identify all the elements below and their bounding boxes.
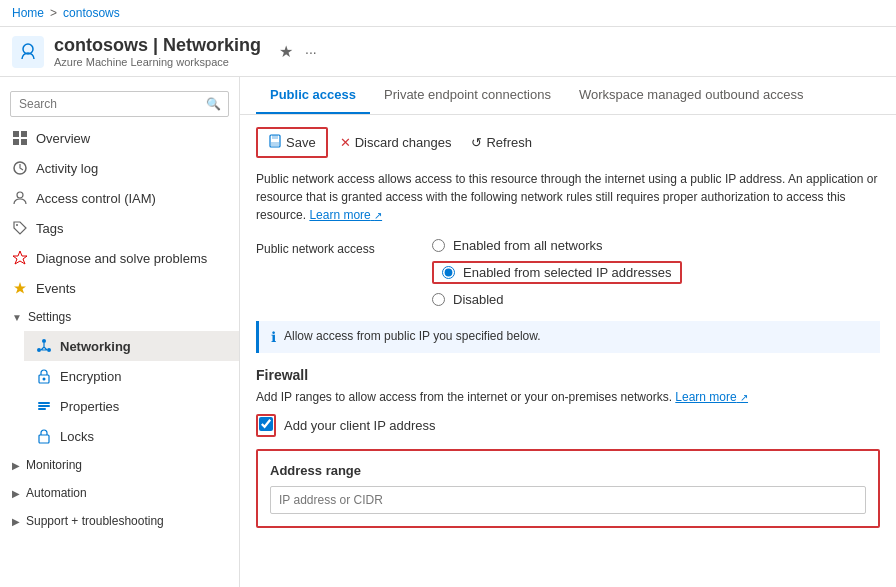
- svg-rect-17: [39, 435, 49, 443]
- resource-icon: [12, 36, 44, 68]
- sidebar-item-label: Locks: [60, 429, 94, 444]
- diagnose-icon: [12, 250, 28, 266]
- svg-rect-14: [38, 402, 50, 404]
- lock-icon: [36, 428, 52, 444]
- sidebar-settings-section[interactable]: ▼ Settings: [0, 303, 239, 331]
- sidebar-automation-section[interactable]: ▶ Automation: [0, 479, 239, 507]
- add-client-ip-row: Add your client IP address: [256, 414, 880, 437]
- networking-icon: [36, 338, 52, 354]
- learn-more-text: Learn more: [309, 208, 370, 222]
- radio-all-label[interactable]: Enabled from all networks: [453, 238, 603, 253]
- refresh-icon: ↺: [471, 135, 482, 150]
- events-icon: [12, 280, 28, 296]
- external-link-icon2: ↗: [740, 392, 748, 403]
- firewall-learn-more-link[interactable]: Learn more ↗: [675, 390, 748, 404]
- discard-button[interactable]: ✕ Discard changes: [332, 130, 460, 155]
- resource-title: contosows | Networking Azure Machine Lea…: [54, 35, 261, 68]
- sidebar-item-networking[interactable]: Networking: [24, 331, 239, 361]
- resource-subtitle: Azure Machine Learning workspace: [54, 56, 261, 68]
- hint-text: Allow access from public IP you specifie…: [284, 329, 541, 343]
- firewall-description: Add IP ranges to allow access from the i…: [256, 389, 880, 406]
- info-icon: ℹ: [271, 329, 276, 345]
- radio-disabled-input[interactable]: [432, 293, 445, 306]
- support-label: Support + troubleshooting: [26, 514, 164, 528]
- sidebar-support-section[interactable]: ▶ Support + troubleshooting: [0, 507, 239, 535]
- sidebar: 🔍 Overview Activity log Access control (…: [0, 77, 240, 587]
- toolbar: Save ✕ Discard changes ↺ Refresh: [256, 127, 880, 158]
- save-icon: [268, 134, 282, 151]
- svg-rect-16: [38, 408, 46, 410]
- tab-public-access[interactable]: Public access: [256, 77, 370, 114]
- radio-selected-input[interactable]: [442, 266, 455, 279]
- radio-selected-ip-highlighted: Enabled from selected IP addresses: [432, 261, 682, 284]
- svg-rect-4: [13, 139, 19, 145]
- learn-more-link-info[interactable]: Learn more ↗: [309, 208, 382, 222]
- radio-selected-label[interactable]: Enabled from selected IP addresses: [463, 265, 672, 280]
- radio-all-networks: Enabled from all networks: [432, 238, 682, 253]
- add-client-ip-label[interactable]: Add your client IP address: [284, 418, 436, 433]
- breadcrumb-home[interactable]: Home: [12, 6, 44, 20]
- info-box: Public network access allows access to t…: [256, 170, 880, 224]
- svg-point-8: [16, 224, 18, 226]
- svg-rect-20: [271, 142, 279, 146]
- tab-private-endpoint[interactable]: Private endpoint connections: [370, 77, 565, 114]
- ip-cidr-input[interactable]: [270, 486, 866, 514]
- breadcrumb-bar: Home > contosows: [0, 0, 896, 27]
- sidebar-item-locks[interactable]: Locks: [24, 421, 239, 451]
- monitoring-chevron-icon: ▶: [12, 460, 20, 471]
- sidebar-item-label: Overview: [36, 131, 90, 146]
- settings-chevron-icon: ▼: [12, 312, 22, 323]
- network-access-section: Public network access Enabled from all n…: [256, 238, 880, 307]
- sidebar-item-diagnose[interactable]: Diagnose and solve problems: [0, 243, 239, 273]
- refresh-button[interactable]: ↺ Refresh: [463, 130, 540, 155]
- sidebar-item-label: Events: [36, 281, 76, 296]
- svg-rect-2: [13, 131, 19, 137]
- automation-label: Automation: [26, 486, 87, 500]
- breadcrumb: Home > contosows: [12, 6, 120, 20]
- sidebar-item-label: Activity log: [36, 161, 98, 176]
- hint-box: ℹ Allow access from public IP you specif…: [256, 321, 880, 353]
- checkbox-highlighted-wrap: [256, 414, 276, 437]
- sidebar-search-container: 🔍: [0, 85, 239, 123]
- more-icon[interactable]: ···: [305, 44, 317, 60]
- monitoring-label: Monitoring: [26, 458, 82, 472]
- discard-label: Discard changes: [355, 135, 452, 150]
- sidebar-item-tags[interactable]: Tags: [0, 213, 239, 243]
- svg-point-9: [42, 339, 46, 343]
- iam-icon: [12, 190, 28, 206]
- radio-disabled-label[interactable]: Disabled: [453, 292, 504, 307]
- address-range-section: Address range: [256, 449, 880, 528]
- svg-rect-3: [21, 131, 27, 137]
- favorite-icon[interactable]: ★: [279, 42, 293, 61]
- radio-disabled: Disabled: [432, 292, 682, 307]
- search-input[interactable]: [10, 91, 229, 117]
- sidebar-item-label: Tags: [36, 221, 63, 236]
- automation-chevron-icon: ▶: [12, 488, 20, 499]
- svg-rect-5: [21, 139, 27, 145]
- svg-point-7: [17, 192, 23, 198]
- refresh-label: Refresh: [486, 135, 532, 150]
- sidebar-item-label: Networking: [60, 339, 131, 354]
- content-body: Save ✕ Discard changes ↺ Refresh Public …: [240, 115, 896, 540]
- svg-rect-0: [12, 36, 44, 68]
- add-client-ip-checkbox[interactable]: [259, 417, 273, 431]
- sidebar-item-overview[interactable]: Overview: [0, 123, 239, 153]
- sidebar-item-activity-log[interactable]: Activity log: [0, 153, 239, 183]
- breadcrumb-workspace[interactable]: contosows: [63, 6, 120, 20]
- main-layout: 🔍 Overview Activity log Access control (…: [0, 77, 896, 587]
- sidebar-item-properties[interactable]: Properties: [24, 391, 239, 421]
- sidebar-item-encryption[interactable]: Encryption: [24, 361, 239, 391]
- sidebar-item-events[interactable]: Events: [0, 273, 239, 303]
- radio-group: Enabled from all networks Enabled from s…: [432, 238, 682, 307]
- sidebar-monitoring-section[interactable]: ▶ Monitoring: [0, 451, 239, 479]
- svg-rect-15: [38, 405, 50, 407]
- breadcrumb-sep: >: [50, 6, 57, 20]
- save-button[interactable]: Save: [256, 127, 328, 158]
- resource-header: contosows | Networking Azure Machine Lea…: [0, 27, 896, 77]
- sidebar-item-access-control[interactable]: Access control (IAM): [0, 183, 239, 213]
- tab-outbound[interactable]: Workspace managed outbound access: [565, 77, 818, 114]
- radio-all-input[interactable]: [432, 239, 445, 252]
- sidebar-item-label: Diagnose and solve problems: [36, 251, 207, 266]
- save-label: Save: [286, 135, 316, 150]
- sidebar-item-label: Access control (IAM): [36, 191, 156, 206]
